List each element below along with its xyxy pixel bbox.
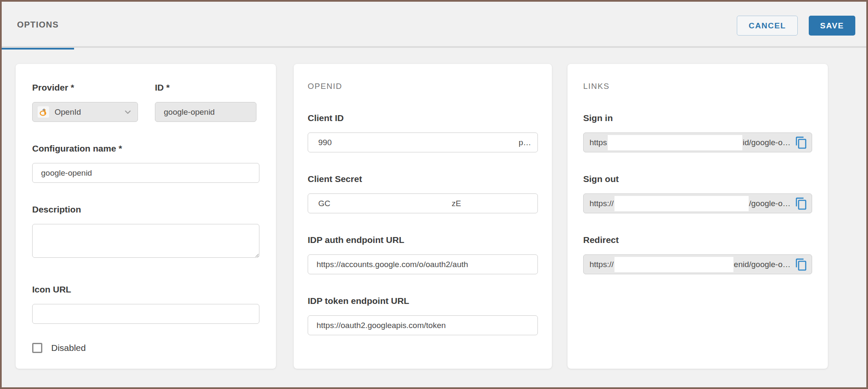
client-id-field[interactable]: 990 p…	[308, 132, 538, 152]
icon-url-field[interactable]	[32, 304, 259, 324]
configuration-name-label: Configuration name *	[32, 143, 259, 154]
top-bar: OPTIONS CANCEL SAVE	[2, 2, 866, 48]
sign-out-label: Sign out	[583, 174, 812, 184]
openid-card: OPENID Client ID 990 p… Client Secret GC…	[294, 64, 552, 369]
redirect-field: https:// enid/google-o…	[583, 254, 812, 274]
client-secret-field[interactable]: GC zE	[308, 193, 538, 213]
app-window: OPTIONS CANCEL SAVE Provider *	[0, 0, 868, 389]
id-field[interactable]	[155, 102, 256, 122]
provider-select[interactable]: OpenId	[32, 102, 138, 122]
client-secret-start: GC	[318, 199, 331, 208]
general-options-card: Provider * OpenId	[16, 64, 276, 369]
tab-options[interactable]: OPTIONS	[2, 2, 74, 48]
description-label: Description	[32, 204, 259, 215]
redaction-overlay	[614, 257, 733, 272]
chevron-down-icon	[123, 108, 132, 117]
client-secret-end: zE	[452, 199, 461, 208]
openid-icon	[38, 106, 49, 118]
sign-in-label: Sign in	[583, 113, 812, 123]
links-section-label: LINKS	[583, 81, 812, 91]
redaction-overlay	[608, 135, 742, 150]
sign-in-url-end: id/google-o…	[743, 138, 791, 147]
idp-token-endpoint-label: IDP token endpoint URL	[308, 295, 538, 306]
disabled-row: Disabled	[32, 343, 259, 353]
provider-label: Provider *	[32, 82, 138, 93]
disabled-label: Disabled	[51, 343, 86, 353]
client-id-end: p…	[518, 138, 531, 147]
provider-id-row: Provider * OpenId	[32, 82, 259, 122]
redaction-overlay	[461, 196, 531, 211]
provider-value: OpenId	[55, 108, 81, 117]
tab-options-label: OPTIONS	[17, 20, 58, 30]
redirect-url-start: https://	[590, 260, 614, 269]
id-label: ID *	[155, 82, 256, 93]
openid-section-label: OPENID	[308, 81, 538, 91]
header-actions: CANCEL SAVE	[737, 16, 855, 36]
cancel-button[interactable]: CANCEL	[737, 16, 798, 36]
redirect-label: Redirect	[583, 235, 812, 245]
idp-auth-endpoint-field[interactable]	[308, 254, 538, 274]
sign-in-url-start: https	[590, 138, 607, 147]
sign-out-url-end: /google-o…	[749, 199, 791, 208]
disabled-checkbox[interactable]	[32, 343, 42, 353]
save-button[interactable]: SAVE	[809, 16, 855, 36]
copy-icon[interactable]	[794, 256, 809, 273]
client-secret-label: Client Secret	[308, 174, 538, 184]
copy-icon[interactable]	[794, 195, 809, 212]
sign-out-field: https:// /google-o…	[583, 193, 812, 213]
links-card: LINKS Sign in https id/google-o… Sign ou…	[568, 64, 828, 369]
description-field[interactable]	[32, 224, 259, 258]
client-id-label: Client ID	[308, 113, 538, 123]
redaction-overlay	[331, 196, 452, 211]
sign-in-field: https id/google-o…	[583, 132, 812, 152]
icon-url-label: Icon URL	[32, 284, 259, 295]
redirect-url-end: enid/google-o…	[734, 260, 791, 269]
client-id-start: 990	[318, 138, 332, 147]
idp-auth-endpoint-label: IDP auth endpoint URL	[308, 235, 538, 245]
redaction-overlay	[614, 196, 749, 211]
main-content: Provider * OpenId	[16, 64, 866, 369]
configuration-name-field[interactable]	[32, 163, 259, 183]
redaction-overlay	[332, 135, 519, 150]
copy-icon[interactable]	[794, 134, 809, 151]
sign-out-url-start: https://	[590, 199, 614, 208]
idp-token-endpoint-field[interactable]	[308, 315, 538, 335]
